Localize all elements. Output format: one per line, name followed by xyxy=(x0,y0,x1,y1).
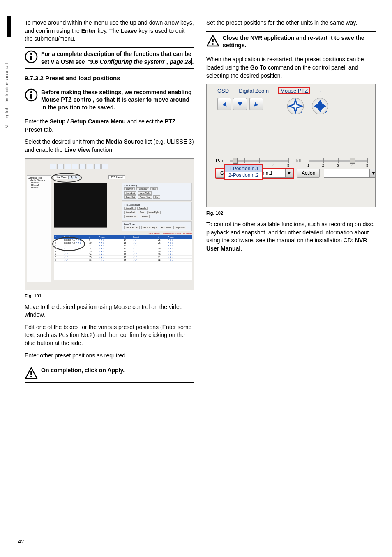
dropdown-option[interactable]: 1-Position n.1 xyxy=(225,165,262,172)
iris-button[interactable]: Focus Far xyxy=(136,187,149,190)
preset-cell[interactable]: 7 xyxy=(54,256,63,259)
preset-cell[interactable]: 24 xyxy=(123,259,132,262)
preset-cell[interactable]: ✓ ✗ ↕ xyxy=(132,241,157,244)
preset-cell[interactable]: 29 xyxy=(157,250,167,253)
preset-cell[interactable]: 6 xyxy=(54,253,63,256)
preset-cell[interactable]: ✓ ✗ ↕ xyxy=(167,250,192,253)
toolbar-button[interactable] xyxy=(79,164,86,169)
action-dropdown[interactable]: ▼ xyxy=(324,169,376,178)
preset-cell[interactable]: 14 xyxy=(88,253,98,256)
preset-cell[interactable]: 16 xyxy=(88,259,98,262)
preset-cell[interactable]: ✓ ✗ ↕ xyxy=(132,247,157,250)
fig101-ptz-preset-tab[interactable]: PTZ Preset xyxy=(108,175,125,179)
ptz-button[interactable]: Move Right xyxy=(147,211,161,214)
ptz-button[interactable]: Move Down xyxy=(124,215,138,218)
preset-cell[interactable]: ✓ ✗ ↕ xyxy=(132,250,157,253)
tilt-slider[interactable]: 1 2 3 4 5 xyxy=(309,157,368,165)
autoscan-button[interactable]: Set Scan Left xyxy=(124,226,140,229)
ptz-button[interactable]: Move Up xyxy=(124,207,136,210)
ptz-down-right-button[interactable] xyxy=(217,98,231,110)
tab-mouse-ptz[interactable]: Mouse PTZ xyxy=(279,88,309,94)
preset-cell[interactable]: 31 xyxy=(157,256,167,259)
preset-cell[interactable]: 32 xyxy=(157,259,167,262)
tree-item[interactable]: Ulisse3 xyxy=(28,186,50,189)
preset-cell[interactable]: ✓ ✗ ↕ xyxy=(167,259,192,262)
preset-cell[interactable]: ✓ ✗ ↕ xyxy=(98,241,123,244)
preset-cell[interactable]: ✓ ✗ ↕ xyxy=(132,239,157,241)
iris-button[interactable]: Focus Near xyxy=(138,195,152,199)
ptz-down-button[interactable] xyxy=(233,98,247,110)
tab-osd[interactable]: OSD xyxy=(217,88,229,94)
action-button[interactable]: Action xyxy=(297,169,320,178)
fig101-camera-tree[interactable]: Camera Tree Media Source Ulisse1 Ulisse2… xyxy=(27,175,51,282)
chevron-down-icon[interactable]: ▼ xyxy=(369,169,376,177)
preset-cell[interactable]: 20 xyxy=(123,247,132,250)
preset-cell[interactable]: 11 xyxy=(88,244,98,247)
preset-cell[interactable]: 13 xyxy=(88,250,98,253)
preset-cell[interactable]: 21 xyxy=(123,250,132,253)
iris-button[interactable]: Zoom Out xyxy=(124,195,136,199)
preset-cell[interactable]: 27 xyxy=(157,244,167,247)
preset-cell[interactable]: 8 xyxy=(54,259,63,262)
chevron-down-icon[interactable]: ▼ xyxy=(285,169,293,177)
preset-cell[interactable]: ✓ ✗ ↕ xyxy=(167,247,192,250)
ptz-button[interactable]: Speed- xyxy=(140,215,150,218)
preset-cell[interactable]: ✓ ✗ ↕ xyxy=(167,239,192,241)
toolbar-button[interactable] xyxy=(72,164,78,169)
iris-button[interactable]: Iris- xyxy=(153,195,160,199)
tab-digital-zoom[interactable]: Digital Zoom xyxy=(239,88,269,94)
preset-cell[interactable]: ✓ ✗ ↕ xyxy=(132,256,157,259)
toolbar-button[interactable] xyxy=(87,164,93,169)
preset-cell[interactable]: 15 xyxy=(88,256,98,259)
preset-cell[interactable]: ✓ ✗ ↕ xyxy=(167,241,192,244)
preset-cell[interactable]: ✓ ✗ ↕ xyxy=(63,256,88,259)
preset-cell[interactable]: 23 xyxy=(123,256,132,259)
preset-cell[interactable]: ✓ ✗ ↕ xyxy=(63,259,88,262)
iris-button[interactable]: Move Left xyxy=(124,191,136,195)
toolbar-button[interactable] xyxy=(101,164,108,169)
preset-cell[interactable]: ✓ ✗ ↕ xyxy=(63,253,88,256)
tab-extra[interactable]: - xyxy=(319,88,321,94)
ptz-down-left-button[interactable] xyxy=(249,98,263,110)
preset-cell[interactable]: ✓ ✗ ↕ xyxy=(98,256,123,259)
preset-cell[interactable]: 30 xyxy=(157,253,167,256)
ptz-button[interactable]: Stop xyxy=(138,211,145,214)
preset-cell[interactable]: 10 xyxy=(88,241,98,244)
preset-cell[interactable]: 26 xyxy=(157,241,167,244)
autoscan-button[interactable]: Stop Scan xyxy=(173,226,186,229)
preset-cell[interactable]: 28 xyxy=(157,247,167,250)
preset-cell[interactable]: 18 xyxy=(123,241,132,244)
ptz-button[interactable]: Speed+ xyxy=(137,207,148,210)
preset-cell[interactable]: 22 xyxy=(123,253,132,256)
preset-cell[interactable]: ✓ ✗ ↕ xyxy=(132,244,157,247)
preset-cell[interactable]: ✓ ✗ ↕ xyxy=(98,259,123,262)
preset-cell[interactable]: ✓ ✗ ↕ xyxy=(132,253,157,256)
note1-reference-link[interactable]: "9.6 Configuring the system", page 28 xyxy=(87,58,192,65)
dropdown-option[interactable]: 2-Position n.2 xyxy=(225,172,262,179)
preset-cell[interactable]: ✓ ✗ ↕ xyxy=(98,239,123,241)
preset-cell[interactable]: ✓ ✗ ↕ xyxy=(98,244,123,247)
autoscan-button[interactable]: Set Scan Right xyxy=(141,226,158,229)
iris-open-button[interactable] xyxy=(312,98,328,114)
toolbar-button[interactable] xyxy=(50,164,56,169)
preset-cell[interactable]: 9 xyxy=(88,239,98,241)
iris-button[interactable]: Zoom In xyxy=(124,187,135,190)
toolbar-button[interactable] xyxy=(94,164,101,169)
preset-cell[interactable]: 19 xyxy=(123,244,132,247)
preset-cell[interactable]: ✓ ✗ ↕ xyxy=(167,244,192,247)
preset-cell[interactable]: 25 xyxy=(157,239,167,241)
ptz-button[interactable]: Move Left xyxy=(124,211,136,214)
preset-cell[interactable]: ✓ ✗ ↕ xyxy=(98,253,123,256)
iris-close-button[interactable] xyxy=(287,98,304,114)
preset-cell[interactable]: ✓ ✗ ↕ xyxy=(132,259,157,262)
preset-cell[interactable]: ✓ ✗ ↕ xyxy=(167,253,192,256)
pan-slider[interactable]: 1 2 3 4 5 xyxy=(230,157,289,165)
iris-button[interactable]: Iris+ xyxy=(150,187,158,190)
toolbar-button[interactable] xyxy=(65,164,71,169)
preset-cell[interactable]: 12 xyxy=(88,247,98,250)
preset-cell[interactable]: 17 xyxy=(123,239,132,241)
preset-cell[interactable]: ✓ ✗ ↕ xyxy=(167,256,192,259)
preset-cell[interactable]: ✓ ✗ ↕ xyxy=(98,250,123,253)
preset-cell[interactable]: ✓ ✗ ↕ xyxy=(98,247,123,250)
iris-button[interactable]: Move Right xyxy=(138,191,152,195)
